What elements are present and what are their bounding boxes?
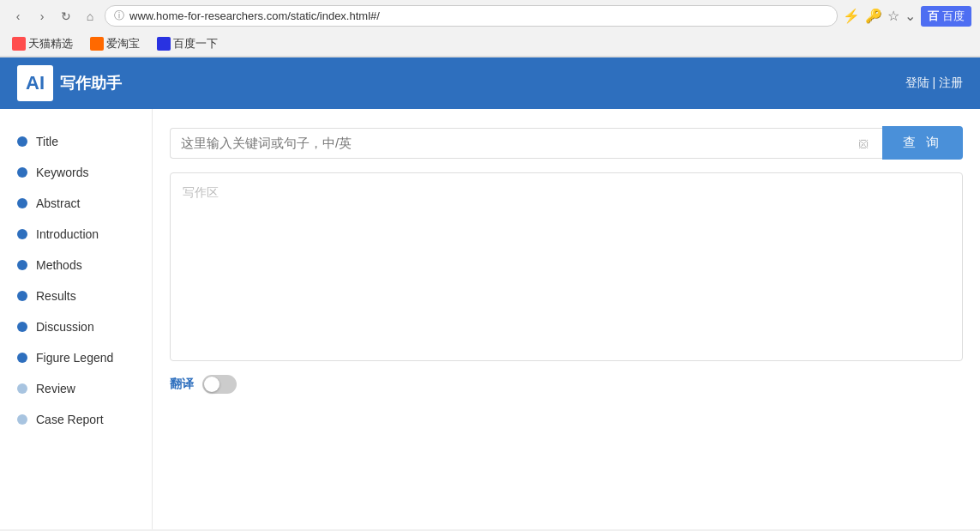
address-bar[interactable]: ⓘ www.home-for-researchers.com/static/in… (105, 5, 838, 27)
toolbar-icons: ⚡ 🔑 ☆ ⌄ 百 百度 (843, 6, 971, 27)
sidebar-label-case-report: Case Report (36, 413, 104, 426)
sidebar-dot-title (17, 136, 27, 147)
main-layout: Title Keywords Abstract Introduction Met… (0, 109, 980, 529)
toggle-knob (204, 377, 219, 392)
sidebar-item-figure-legend[interactable]: Figure Legend (0, 342, 152, 373)
bookmark-taobao-label: 爱淘宝 (106, 36, 140, 51)
tmall-icon (12, 37, 26, 51)
sidebar-item-review[interactable]: Review (0, 373, 152, 404)
sidebar-dot-case-report (17, 414, 27, 425)
url-text: www.home-for-researchers.com/static/inde… (129, 9, 828, 22)
baidu-logo: 百 (928, 9, 939, 24)
sidebar-label-keywords: Keywords (36, 166, 88, 179)
logo-ai-badge: AI (17, 65, 53, 101)
sidebar-dot-methods (17, 260, 27, 270)
translate-row: 翻译 (170, 375, 963, 394)
header-auth[interactable]: 登陆 | 注册 (905, 75, 963, 91)
sidebar-item-abstract[interactable]: Abstract (0, 188, 152, 219)
baidu-bm-icon (157, 37, 171, 51)
sidebar-label-abstract: Abstract (36, 196, 80, 210)
sidebar-dot-keywords (17, 167, 27, 178)
key-icon: 🔑 (865, 8, 882, 24)
app-logo: AI 写作助手 (17, 65, 122, 101)
baidu-button[interactable]: 百 百度 (921, 6, 971, 27)
translate-label: 翻译 (170, 377, 194, 392)
sidebar-item-methods[interactable]: Methods (0, 250, 152, 281)
sidebar-dot-review (17, 383, 27, 394)
taobao-icon (90, 37, 104, 51)
clear-icon[interactable]: ⦻ (857, 136, 872, 151)
back-button[interactable]: ‹ (9, 7, 27, 26)
app-header: AI 写作助手 登陆 | 注册 (0, 57, 980, 109)
sidebar-dot-discussion (17, 322, 27, 332)
chevron-down-icon[interactable]: ⌄ (905, 8, 916, 24)
search-input[interactable] (181, 136, 857, 150)
star-icon[interactable]: ☆ (887, 8, 899, 24)
bookmarks-bar: 天猫精选 爱淘宝 百度一下 (0, 32, 980, 57)
writing-area[interactable]: 写作区 (170, 172, 963, 361)
search-bar: ⦻ 查 询 (170, 126, 963, 160)
home-button[interactable]: ⌂ (81, 7, 99, 26)
sidebar-dot-abstract (17, 198, 27, 208)
bookmark-tmall-label: 天猫精选 (28, 36, 73, 51)
bookmark-baidu-label: 百度一下 (173, 36, 218, 51)
sidebar-item-introduction[interactable]: Introduction (0, 219, 152, 250)
sidebar-label-methods: Methods (36, 258, 82, 272)
sidebar: Title Keywords Abstract Introduction Met… (0, 109, 153, 529)
bookmark-tmall[interactable]: 天猫精选 (9, 34, 76, 53)
sidebar-item-case-report[interactable]: Case Report (0, 404, 152, 435)
writing-placeholder: 写作区 (183, 185, 219, 199)
search-input-wrapper: ⦻ (170, 128, 882, 159)
sidebar-dot-results (17, 291, 27, 301)
sidebar-label-review: Review (36, 382, 75, 395)
translate-toggle[interactable] (202, 375, 237, 394)
forward-button[interactable]: › (33, 7, 51, 26)
sidebar-item-keywords[interactable]: Keywords (0, 157, 152, 188)
browser-chrome: ‹ › ↻ ⌂ ⓘ www.home-for-researchers.com/s… (0, 0, 980, 57)
lightning-icon: ⚡ (843, 8, 860, 24)
sidebar-label-figure-legend: Figure Legend (36, 351, 113, 365)
sidebar-item-results[interactable]: Results (0, 281, 152, 311)
sidebar-label-title: Title (36, 135, 58, 148)
content-area: ⦻ 查 询 写作区 翻译 (153, 109, 980, 529)
sidebar-item-title[interactable]: Title (0, 126, 152, 157)
search-button[interactable]: 查 询 (882, 126, 963, 160)
lock-icon: ⓘ (114, 9, 124, 23)
bookmark-baidu[interactable]: 百度一下 (153, 34, 221, 53)
sidebar-label-discussion: Discussion (36, 320, 94, 334)
baidu-label: 百度 (942, 9, 965, 24)
refresh-button[interactable]: ↻ (57, 7, 75, 26)
browser-toolbar: ‹ › ↻ ⌂ ⓘ www.home-for-researchers.com/s… (0, 0, 980, 32)
sidebar-label-introduction: Introduction (36, 227, 99, 241)
app-name: 写作助手 (60, 73, 122, 94)
sidebar-item-discussion[interactable]: Discussion (0, 311, 152, 342)
sidebar-dot-figure-legend (17, 353, 27, 363)
sidebar-dot-introduction (17, 229, 27, 239)
bookmark-taobao[interactable]: 爱淘宝 (87, 34, 143, 53)
sidebar-label-results: Results (36, 289, 76, 303)
